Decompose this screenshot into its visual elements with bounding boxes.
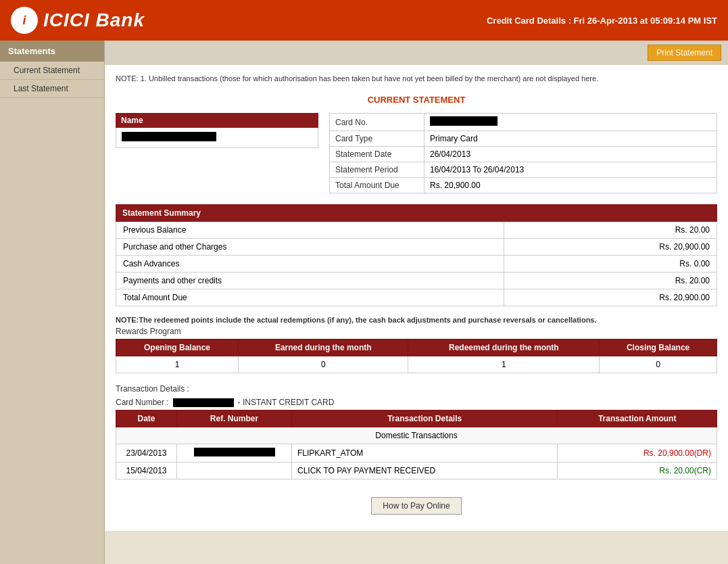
txn-details-label: Transaction Details : [116, 384, 717, 394]
unbilled-note: NOTE: 1. Unbilled transactions (those fo… [116, 70, 717, 87]
rewards-col-closing: Closing Balance [600, 339, 717, 356]
card-details-table: Card No. Card Type Primary Card Statemen… [329, 113, 717, 193]
bank-logo-icon: i [11, 7, 38, 34]
txn-header-row: Date Ref. Number Transaction Details Tra… [116, 410, 717, 427]
logo-area: i ICICI Bank [11, 7, 145, 34]
name-value [116, 128, 318, 148]
card-no-value [424, 114, 717, 131]
rewards-label: Rewards Program [116, 327, 717, 336]
how-to-pay-area: How to Pay Online [116, 486, 717, 525]
rewards-col-redeemed: Redeemed during the month [408, 339, 600, 356]
rewards-col-opening: Opening Balance [116, 339, 239, 356]
card-type-value: Primary Card [424, 131, 717, 147]
statement-date-value: 26/04/2013 [424, 147, 717, 162]
summary-label-3: Payments and other credits [116, 273, 504, 289]
name-box: Name [116, 113, 318, 193]
statement-date-row: Statement Date 26/04/2013 [330, 147, 717, 162]
card-number-redacted [173, 398, 234, 407]
sidebar-header: Statements [0, 41, 104, 62]
txn-details-0: FLIPKART_ATOM [292, 444, 558, 463]
rewards-redeemed-val: 1 [408, 356, 600, 373]
txn-ref-0 [177, 444, 292, 463]
how-to-pay-button[interactable]: How to Pay Online [371, 497, 461, 515]
summary-label-2: Cash Advances [116, 256, 504, 273]
txn-amount-1: Rs. 20.00(CR) [558, 463, 717, 479]
txn-date-0: 23/04/2013 [116, 444, 177, 463]
txn-col-details: Transaction Details [292, 410, 558, 427]
card-info-area: Name Card No. [116, 113, 717, 193]
summary-row-1: Purchase and other ChargesRs. 20,900.00 [116, 239, 717, 256]
summary-label-4: Total Amount Due [116, 289, 504, 306]
summary-value-3: Rs. 20.00 [504, 273, 717, 289]
summary-row-2: Cash AdvancesRs. 0.00 [116, 256, 717, 273]
rewards-opening-val: 1 [116, 356, 239, 373]
summary-label-0: Previous Balance [116, 222, 504, 239]
txn-type-0: DR [697, 448, 708, 458]
rewards-data-row: 1 0 1 0 [116, 356, 717, 373]
summary-row-4: Total Amount DueRs. 20,900.00 [116, 289, 717, 306]
statement-date-label: Statement Date [330, 147, 424, 162]
rewards-header-row: Opening Balance Earned during the month … [116, 339, 717, 356]
txn-type-1: CR [697, 466, 708, 475]
card-type-row: Card Type Primary Card [330, 131, 717, 147]
txn-table: Date Ref. Number Transaction Details Tra… [116, 410, 717, 479]
txn-ref-1 [177, 463, 292, 479]
card-number-label: Card Number : [116, 398, 169, 407]
section-title: CURRENT STATEMENT [116, 95, 717, 105]
txn-date-1: 15/04/2013 [116, 463, 177, 479]
txn-details-1: CLICK TO PAY PAYMENT RECEIVED [292, 463, 558, 479]
card-no-row: Card No. [330, 114, 717, 131]
domestic-label: Domestic Transactions [116, 427, 717, 444]
summary-value-1: Rs. 20,900.00 [504, 239, 717, 256]
total-amount-row: Total Amount Due Rs. 20,900.00 [330, 178, 717, 193]
rewards-table: Opening Balance Earned during the month … [116, 339, 717, 373]
bank-name: ICICI Bank [43, 9, 145, 31]
main-content: Print Statement NOTE: 1. Unbilled transa… [105, 41, 728, 564]
sidebar-item-last-statement[interactable]: Last Statement [0, 80, 104, 98]
summary-row-3: Payments and other creditsRs. 20.00 [116, 273, 717, 289]
rewards-closing-val: 0 [600, 356, 717, 373]
sidebar: Statements Current Statement Last Statem… [0, 41, 105, 564]
total-amount-label: Total Amount Due [330, 178, 424, 193]
domestic-transactions-row: Domestic Transactions [116, 427, 717, 444]
statement-period-label: Statement Period [330, 162, 424, 178]
summary-table: Previous BalanceRs. 20.00Purchase and ot… [116, 222, 717, 306]
print-area: Print Statement [105, 41, 728, 65]
statement-period-row: Statement Period 16/04/2013 To 26/04/201… [330, 162, 717, 178]
rewards-col-earned: Earned during the month [239, 339, 408, 356]
txn-amount-0: Rs. 20,900.00(DR) [558, 444, 717, 463]
card-type-label: Card Type [330, 131, 424, 147]
rewards-note: NOTE:The redeemed points include the act… [116, 316, 717, 324]
card-number-suffix: - INSTANT CREDIT CARD [238, 398, 335, 407]
content-area: NOTE: 1. Unbilled transactions (those fo… [105, 65, 728, 531]
total-amount-value: Rs. 20,900.00 [424, 178, 717, 193]
name-redacted [122, 132, 216, 141]
txn-ref-redacted-0 [194, 448, 275, 456]
card-no-redacted [430, 116, 498, 126]
sidebar-item-current-statement[interactable]: Current Statement [0, 62, 104, 80]
summary-header: Statement Summary [116, 204, 717, 222]
txn-row-0: 23/04/2013 FLIPKART_ATOM Rs. 20,900.00(D… [116, 444, 717, 463]
rewards-earned-val: 0 [239, 356, 408, 373]
statement-period-value: 16/04/2013 To 26/04/2013 [424, 162, 717, 178]
header-title: Credit Card Details : Fri 26-Apr-2013 at… [487, 16, 717, 26]
summary-value-0: Rs. 20.00 [504, 222, 717, 239]
summary-value-2: Rs. 0.00 [504, 256, 717, 273]
txn-row-1: 15/04/2013 CLICK TO PAY PAYMENT RECEIVED… [116, 463, 717, 479]
summary-value-4: Rs. 20,900.00 [504, 289, 717, 306]
print-statement-button[interactable]: Print Statement [648, 45, 721, 61]
summary-row-0: Previous BalanceRs. 20.00 [116, 222, 717, 239]
card-number-line: Card Number : - INSTANT CREDIT CARD [116, 398, 717, 407]
page-header: i ICICI Bank Credit Card Details : Fri 2… [0, 0, 728, 41]
summary-label-1: Purchase and other Charges [116, 239, 504, 256]
name-label: Name [116, 113, 318, 128]
txn-col-date: Date [116, 410, 177, 427]
txn-col-amount: Transaction Amount [558, 410, 717, 427]
card-no-label: Card No. [330, 114, 424, 131]
txn-col-ref: Ref. Number [177, 410, 292, 427]
